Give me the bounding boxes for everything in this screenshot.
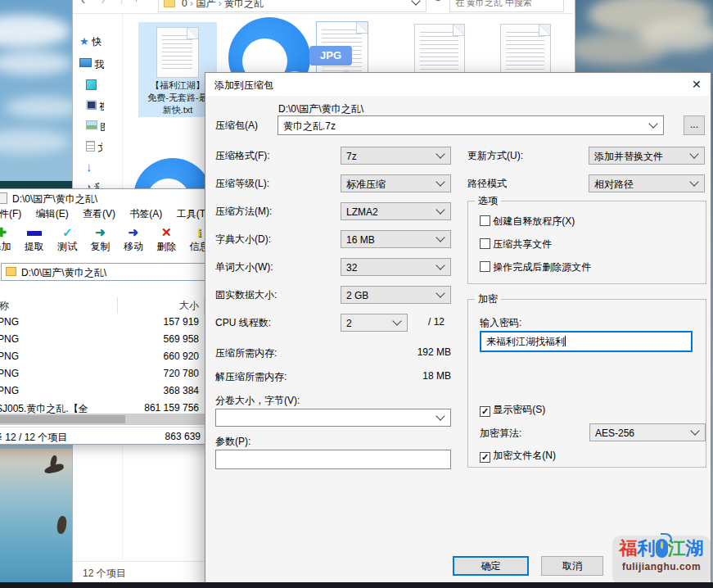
archive-name-combobox[interactable]: 黄巾之乱.7z: [278, 115, 664, 135]
word-size-label: 单词大小(W):: [215, 260, 273, 274]
delete-after-checkbox-label: 操作完成后删除源文件: [493, 261, 591, 273]
wallpaper-beach-photo: [0, 449, 72, 583]
fm-title-bar[interactable]: D:\0\国产\黄巾之乱\: [0, 189, 230, 207]
password-label: 输入密码:: [480, 316, 521, 330]
update-mode-select[interactable]: 添加并替换文件: [589, 147, 705, 165]
watermark-logo-text: 福利 江湖: [612, 538, 711, 559]
sidebar-item-pictures[interactable]: 图: [86, 120, 105, 134]
chevron-down-icon: [392, 316, 401, 325]
update-mode-label: 更新方式(U):: [467, 149, 523, 163]
documents-icon: [86, 141, 95, 152]
close-icon[interactable]: ✕: [692, 78, 702, 91]
breadcrumb[interactable]: 0 › 国产 › 黄巾之乱: [182, 0, 264, 11]
toolbar-delete-button[interactable]: ✕ 删除: [151, 225, 182, 254]
word-size-select[interactable]: 32: [341, 258, 451, 276]
encryption-group: 加密 输入密码: 来福利江湖找福利 显示密码(S) 加密算法: AES-256 …: [467, 299, 706, 468]
toolbar-test-button[interactable]: ✓ 测试: [52, 225, 83, 254]
sidebar-item-videos[interactable]: 视: [86, 100, 104, 114]
watermark-url: fulijianghu.com: [612, 559, 711, 574]
toolbar-extract-button[interactable]: 提取: [19, 225, 49, 254]
encrypt-names-checkbox-row[interactable]: 加密文件名(N): [480, 449, 556, 463]
toolbar-move-button[interactable]: ➜ 移动: [118, 225, 148, 254]
ok-button[interactable]: 确定: [453, 556, 529, 576]
show-password-label: 显示密码(S): [493, 404, 545, 415]
path-mode-value: 相对路径: [594, 179, 634, 190]
table-row[interactable]: 1.PNG 157 919 2: [0, 314, 230, 331]
browse-button[interactable]: ...: [684, 115, 705, 135]
chevron-down-icon[interactable]: [411, 0, 420, 6]
sfx-checkbox[interactable]: [480, 215, 490, 226]
breadcrumb-separator: ›: [190, 0, 193, 9]
password-input[interactable]: 来福利江湖找福利: [480, 331, 693, 352]
cpu-threads-max: / 12: [428, 316, 444, 328]
dictionary-select[interactable]: 16 MB: [341, 230, 451, 248]
back-arrow-icon[interactable]: ‹: [81, 0, 85, 7]
parameters-input[interactable]: [215, 450, 451, 469]
menu-bookmarks[interactable]: 书签(A): [129, 208, 162, 219]
fm-address-text: D:\0\国产\黄巾之乱\: [21, 266, 106, 280]
scrollbar-thumb[interactable]: [0, 415, 125, 423]
solid-block-select[interactable]: 2 GB: [341, 286, 451, 304]
toolbar-add-button[interactable]: ✚ 添加: [0, 225, 16, 254]
menu-file[interactable]: 文件(F): [0, 208, 21, 219]
shared-files-checkbox-row[interactable]: 压缩共享文件: [480, 237, 552, 251]
sfx-checkbox-row[interactable]: 创建自释放程序(X): [480, 215, 575, 228]
sidebar-item-computer[interactable]: 我: [79, 58, 106, 72]
taskbar-edge: [0, 582, 713, 588]
column-name[interactable]: 名称: [0, 299, 9, 313]
toolbar-copy-button[interactable]: ➜ 复制: [85, 225, 115, 254]
encrypt-names-label: 加密文件名(N): [493, 450, 556, 461]
table-row[interactable]: 4.PNG 720 780 2: [0, 365, 230, 382]
fm-address-bar[interactable]: D:\0\国产\黄巾之乱\: [1, 263, 228, 281]
delete-after-checkbox[interactable]: [480, 261, 490, 272]
forward-arrow-icon[interactable]: ›: [101, 0, 105, 7]
format-select[interactable]: 7z: [341, 147, 451, 165]
sidebar-item-documents[interactable]: 文: [86, 141, 102, 155]
address-bar[interactable]: 0 › 国产 › 黄巾之乱: [158, 0, 426, 12]
up-arrow-icon[interactable]: ↑: [133, 0, 139, 4]
cpu-threads-value: 2: [346, 318, 352, 329]
menu-edit[interactable]: 编辑(E): [36, 208, 69, 219]
delete-after-checkbox-row[interactable]: 操作完成后删除源文件: [480, 260, 591, 274]
format-label: 压缩格式(F):: [215, 149, 270, 163]
sidebar-item-3d-objects[interactable]: [86, 79, 104, 93]
volume-size-combobox[interactable]: [215, 409, 451, 427]
parameters-label: 参数(P):: [215, 435, 250, 449]
sidebar-item-downloads[interactable]: ↓: [86, 160, 100, 174]
table-row[interactable]: 5.PNG 368 384 2: [0, 382, 230, 400]
chevron-down-icon: [648, 119, 657, 128]
path-mode-select[interactable]: 相对路径: [589, 174, 705, 192]
level-select[interactable]: 标准压缩: [341, 174, 451, 192]
search-input[interactable]: 在 黄巾之乱 中搜索: [455, 0, 532, 9]
fm-selection-status: 已选择 12 / 12 个项目: [0, 431, 67, 445]
menu-view[interactable]: 查看(V): [83, 208, 115, 219]
explorer-item-count: 12 个项目: [83, 567, 126, 581]
search-box[interactable]: 在 黄巾之乱 中搜索: [449, 0, 564, 12]
chevron-down-icon: [435, 177, 444, 186]
quick-access-star-icon: ★: [79, 35, 89, 47]
encryption-method-select[interactable]: AES-256: [589, 423, 706, 441]
method-select[interactable]: LZMA2: [341, 202, 451, 220]
memory-decompress-value: 18 MB: [369, 370, 451, 382]
encrypt-names-checkbox[interactable]: [480, 452, 490, 463]
show-password-checkbox[interactable]: [480, 406, 490, 417]
show-password-checkbox-row[interactable]: 显示密码(S): [480, 403, 545, 417]
fm-window-title: D:\0\国产\黄巾之乱\: [12, 192, 97, 206]
table-row[interactable]: 2.PNG 569 958 2: [0, 331, 230, 348]
sidebar-item-quick-access[interactable]: ★ 快: [79, 35, 103, 49]
refresh-icon[interactable]: ↻: [433, 0, 443, 4]
shared-files-checkbox[interactable]: [480, 238, 490, 249]
cancel-button[interactable]: 取消: [541, 556, 603, 576]
videos-film-icon: [86, 100, 97, 110]
app-icon: [0, 192, 7, 204]
cpu-threads-select[interactable]: 2: [341, 314, 408, 332]
folder-icon: [164, 0, 175, 7]
folder-icon: [6, 267, 16, 276]
txt-file-icon[interactable]: [156, 27, 199, 78]
breadcrumb-separator: ›: [219, 0, 222, 9]
table-row[interactable]: 3.PNG 660 920 2: [0, 348, 230, 365]
column-size[interactable]: 大小: [117, 299, 199, 313]
dialog-title-bar[interactable]: 添加到压缩包 ✕: [205, 73, 709, 96]
horizontal-scrollbar[interactable]: [0, 414, 230, 425]
chevron-down-icon: [435, 288, 444, 297]
